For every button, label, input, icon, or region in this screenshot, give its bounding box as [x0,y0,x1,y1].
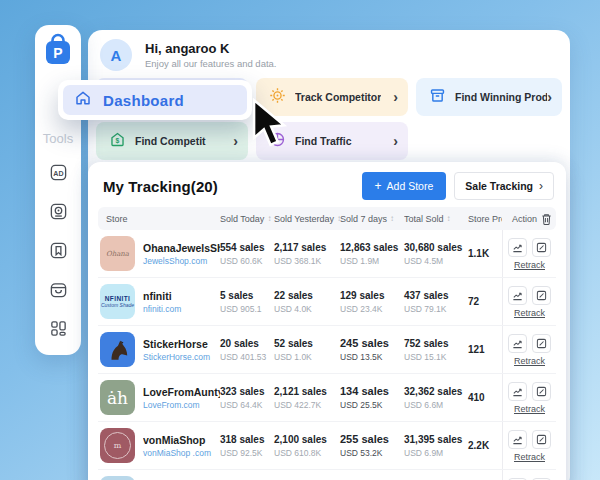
sold-yesterday-cell: 2,121 salesUSD 422.7K [274,386,340,410]
table-row: Ohana OhanaJewelsShop JewelsShop.com 554… [98,230,556,278]
column-sold-7-days[interactable]: Sold 7 days↕ [340,214,404,224]
tools-label: Tools [43,131,73,146]
retrack-link[interactable]: Retrack [514,356,545,366]
dashboard-flyout[interactable]: Dashboard [58,80,252,120]
chart-icon[interactable] [508,238,527,257]
store-name: StickerHorse [143,338,210,350]
product-tracking-icon[interactable] [48,201,68,221]
chart-icon[interactable] [508,382,527,401]
sale-tracking-button[interactable]: Sale Tracking › [454,172,554,200]
greeting-subtitle: Enjoy all our features and data. [145,58,277,69]
edit-icon[interactable] [532,430,551,449]
action-cell: Retrack [502,374,556,421]
sold-today-cell: 554 salesUSD 60.6K [220,242,274,266]
table-header-row: Store Sold Today↕ Sold Yesterday↕ Sold 7… [98,207,556,230]
add-store-label: Add Store [387,180,434,192]
store-products-cell: 72 [468,296,502,307]
store-domain-link[interactable]: nfiniti.com [143,304,181,314]
store-logo: NFINITICustom Shade [100,284,135,319]
sold-today-cell: 20 salesUSD 401.53 [220,338,274,362]
chart-icon[interactable] [508,430,527,449]
add-store-button[interactable]: + Add Store [362,172,447,200]
store-logo: Ohana [100,236,135,271]
edit-icon[interactable] [532,238,551,257]
edit-icon[interactable] [532,382,551,401]
greeting-header: A Hi, angaroo K Enjoy all our features a… [88,30,570,77]
sold-yesterday-cell: 2,100 salesUSD 610.8K [274,434,340,458]
chevron-right-icon: › [547,90,552,104]
column-store: Store [98,214,220,224]
trash-icon[interactable] [541,213,552,225]
store-domain-link[interactable]: JewelsShop.com [143,256,220,266]
retrack-link[interactable]: Retrack [514,308,545,318]
total-sold-cell: 752 salesUSD 15.1K [404,338,468,362]
column-sold-yesterday[interactable]: Sold Yesterday↕ [274,214,340,224]
feature-card-label: Find Traffic [295,135,352,147]
chart-icon[interactable] [508,286,527,305]
column-store-products: Store Products [468,214,502,224]
column-action: Action [502,213,556,225]
total-sold-cell: 30,680 salesUSD 4.5M [404,242,468,266]
store-name: OhanaJewelsShop [143,242,220,254]
total-sold-cell: 437 salesUSD 79.1K [404,290,468,314]
svg-text:$: $ [116,136,120,144]
svg-text:AD: AD [53,169,63,177]
store-domain-link[interactable]: vonMiaShop .com [143,448,211,458]
feature-card-find-winning-product[interactable]: Find Winning Product › [416,78,562,116]
sort-icon: ↕ [267,214,271,223]
edit-icon[interactable] [532,286,551,305]
retrack-link[interactable]: Retrack [514,404,545,414]
table-row: StickerHorse StickerHorse.com 20 salesUS… [98,326,556,374]
my-tracking-panel: My Tracking(20) + Add Store Sale Trackin… [88,162,566,480]
feature-card-find-competitor[interactable]: $ Find Competit › [96,122,248,160]
action-cell: Retrack [502,470,556,480]
table-row: m vonMiaShop vonMiaShop .com 318 salesUS… [98,422,556,470]
feature-card-find-traffic[interactable]: Find Traffic › [256,122,408,160]
dollar-store-icon: $ [109,131,126,152]
sale-tracking-label: Sale Tracking [465,180,533,192]
action-cell: Retrack [502,230,556,277]
column-total-sold[interactable]: Total Sold↕ [404,214,468,224]
edit-icon[interactable] [532,334,551,353]
my-tracking-title: My Tracking(20) [103,178,218,195]
chevron-right-icon: › [233,134,238,148]
store-domain-link[interactable]: LoveFrom.com [143,400,220,410]
home-icon [74,89,92,111]
app-logo-icon[interactable]: P [42,33,74,71]
bookmark-box-icon[interactable] [48,240,68,260]
retrack-link[interactable]: Retrack [514,452,545,462]
feature-card-label: Track Competitor [295,91,381,103]
column-sold-today[interactable]: Sold Today↕ [220,214,274,224]
chevron-right-icon: › [393,134,398,148]
action-cell: Retrack [502,278,556,325]
store-products-cell: 121 [468,344,502,355]
store-domain-link[interactable]: StickerHorse.com [143,352,210,362]
sort-icon: ↕ [447,214,451,223]
sold-7-days-cell: 129 salesUSD 23.4K [340,290,404,314]
apps-grid-icon[interactable] [48,318,68,338]
sold-today-cell: 5 salesUSD 905.1 [220,290,274,314]
sort-icon: ↕ [390,214,394,223]
store-name: nfiniti [143,290,181,302]
store-logo: ȧh [100,380,135,415]
sold-today-cell: 318 salesUSD 92.5K [220,434,274,458]
avatar-initial: A [111,47,122,64]
chevron-right-icon: › [539,179,543,193]
store-products-cell: 2.2K [468,440,502,451]
retrack-link[interactable]: Retrack [514,260,545,270]
chevron-right-icon: › [393,90,398,104]
table-row: NFINITICustom Shade nfiniti nfiniti.com … [98,278,556,326]
tracking-table: Store Sold Today↕ Sold Yesterday↕ Sold 7… [98,207,556,480]
sold-7-days-cell: 245 salesUSD 13.5K [340,337,404,362]
shopping-bag-icon[interactable] [48,279,68,299]
feature-card-track-competitor[interactable]: Track Competitor › [256,78,408,116]
chart-icon[interactable] [508,334,527,353]
store-products-cell: 410 [468,392,502,403]
store-name: vonMiaShop [143,434,211,446]
product-box-icon [429,87,446,108]
action-cell: Retrack [502,422,556,469]
store-name: LoveFromAuntyHelen [143,386,220,398]
sold-7-days-cell: 12,863 salesUSD 1.9M [340,242,404,266]
ad-tool-icon[interactable]: AD [48,162,68,182]
sold-7-days-cell: 255 salesUSD 53.2K [340,433,404,458]
